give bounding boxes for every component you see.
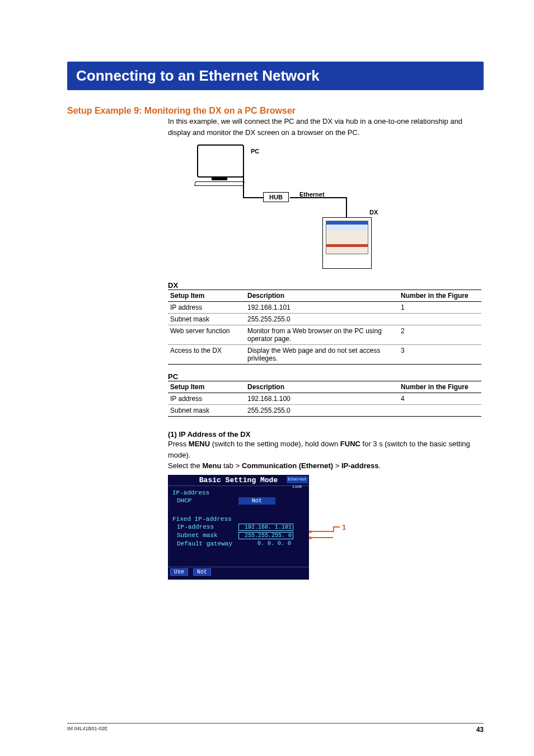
bsm-section-ipaddress: IP-address	[172, 489, 305, 496]
col-setup-item: Setup Item	[168, 290, 245, 302]
step1-heading: (1) IP Address of the DX	[168, 430, 484, 438]
dx-setup-table: Setup Item Description Number in the Fig…	[168, 290, 481, 365]
col-setup-item: Setup Item	[168, 381, 245, 393]
col-number: Number in the Figure	[399, 381, 481, 393]
callout-1: 1	[309, 528, 346, 536]
basic-setting-mode-screen: Basic Setting Mode Ethernet Link IP-addr…	[168, 475, 309, 580]
document-id: IM 04L41B01-02E	[67, 726, 108, 734]
dx-label: DX	[369, 209, 378, 216]
bsm-row-dhcp: DHCP Not	[172, 497, 305, 505]
network-diagram: PC HUB Ethernet DX	[190, 144, 392, 273]
bsm-title: Basic Setting Mode Ethernet Link	[168, 475, 309, 486]
pc-icon	[197, 144, 244, 178]
table-row: Subnet mask255.255.255.0	[168, 314, 481, 325]
pc-setup-table: Setup Item Description Number in the Fig…	[168, 381, 481, 417]
col-description: Description	[245, 290, 399, 302]
page-title: Connecting to an Ethernet Network	[67, 62, 484, 90]
ethernet-link-badge: Ethernet Link	[287, 476, 308, 483]
bsm-row-ip: IP-address 192.168. 1.101	[172, 524, 305, 531]
page-number: 43	[476, 726, 484, 734]
table-row: Web server functionMonitor from a Web br…	[168, 325, 481, 345]
col-description: Description	[245, 381, 399, 393]
pc-label: PC	[251, 148, 259, 155]
callout-1b	[309, 536, 333, 539]
hub-label: HUB	[263, 192, 289, 202]
dx-device-icon	[322, 217, 372, 269]
table-row: Subnet mask255.255.255.0	[168, 405, 481, 417]
table-row: IP address192.168.1.1004	[168, 393, 481, 405]
table-row: IP address192.168.1.1011	[168, 302, 481, 314]
use-button: Use	[170, 568, 188, 576]
ip-value: 192.168. 1.101	[238, 524, 293, 531]
bsm-row-subnet: Subnet mask 255.255.255. 0	[172, 532, 305, 539]
table-row: Access to the DXDisplay the Web page and…	[168, 345, 481, 365]
dx-table-heading: DX	[168, 281, 484, 290]
subnet-value: 255.255.255. 0	[238, 532, 293, 539]
page-footer: IM 04L41B01-02E 43	[67, 723, 484, 734]
intro-text: In this example, we will connect the PC …	[168, 116, 481, 138]
dhcp-value: Not	[238, 497, 275, 505]
gateway-value: 0. 0. 0. 0	[238, 540, 292, 547]
pc-table-heading: PC	[168, 372, 484, 381]
section-heading: Setup Example 9: Monitoring the DX on a …	[67, 106, 484, 116]
step1-instructions: Press MENU (switch to the setting mode),…	[168, 438, 481, 472]
bsm-section-fixed: Fixed IP-address	[172, 516, 305, 522]
not-button: Not	[193, 568, 211, 576]
bsm-row-gateway: Default gateway 0. 0. 0. 0	[172, 540, 305, 547]
col-number: Number in the Figure	[399, 290, 481, 302]
